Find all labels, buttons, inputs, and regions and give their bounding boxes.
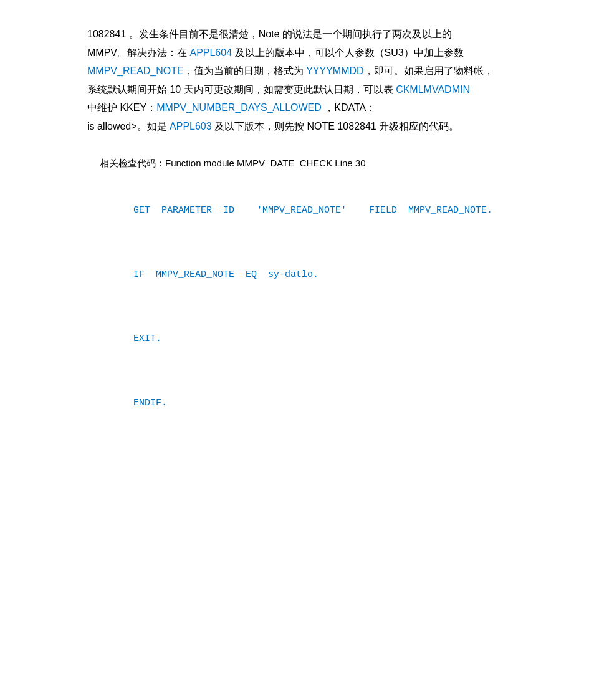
main-paragraph: 1082841 。发生条件目前不是很清楚，Note 的说法是一个期间执行了两次及… xyxy=(87,25,539,136)
code-line-if: IF MMPV_READ_NOTE EQ sy-datlo. xyxy=(100,249,539,300)
text-version1: 及以上的版本中，可以个人参数（SU3）中加上参数 xyxy=(232,47,464,58)
code-label-text: 相关检查代码：Function module MMPV_DATE_CHECK L… xyxy=(100,158,366,168)
text-appl604: APPL604 xyxy=(189,47,232,58)
text-mmpv1: MMPV。解决办法：在 xyxy=(87,47,189,58)
code-section: 相关检查代码：Function module MMPV_DATE_CHECK L… xyxy=(100,155,539,428)
code-line-exit: EXIT. xyxy=(100,314,539,364)
text-is-allowed: is allowed>。如是 xyxy=(87,121,170,132)
text-appl603: APPL603 xyxy=(170,121,212,132)
code-if-text: IF MMPV_READ_NOTE EQ sy-datlo. xyxy=(133,269,318,280)
code-endif-text: ENDIF. xyxy=(133,398,167,408)
text-kdata: ，KDATA： xyxy=(322,102,376,113)
text-param-name: MMPV_READ_NOTE xyxy=(87,65,184,76)
text-yyyymmdd: YYYYMMDD xyxy=(306,65,363,76)
text-kkey: 中维护 KKEY： xyxy=(87,102,156,113)
text-kkey-value: MMPV_NUMBER_DAYS_ALLOWED xyxy=(156,102,322,113)
code-get-param-text: GET PARAMETER ID 'MMPV_READ_NOTE' FIELD … xyxy=(133,205,492,216)
text-date-format: ，值为当前的日期，格式为 xyxy=(184,65,306,76)
code-line-endif: ENDIF. xyxy=(100,378,539,428)
code-exit-text: EXIT. xyxy=(133,333,161,344)
code-line-get-parameter: GET PARAMETER ID 'MMPV_READ_NOTE' FIELD … xyxy=(100,185,539,236)
page-content: 1082841 。发生条件目前不是很清楚，Note 的说法是一个期间执行了两次及… xyxy=(0,0,589,479)
text-jike: ，即可。如果启用了物料帐， xyxy=(364,65,494,76)
text-system-default: 系统默认期间开始 10 天内可更改期间，如需变更此默认日期，可以表 xyxy=(87,84,396,95)
text-lower-version: 及以下版本，则先按 NOTE 1082841 升级相应的代码。 xyxy=(212,121,459,132)
text-note-number: 1082841 。发生条件目前不是很清楚，Note 的说法是一个期间执行了两次及… xyxy=(87,29,452,39)
text-table-name: CKMLMVADMIN xyxy=(396,84,470,95)
code-label: 相关检查代码：Function module MMPV_DATE_CHECK L… xyxy=(100,155,539,171)
